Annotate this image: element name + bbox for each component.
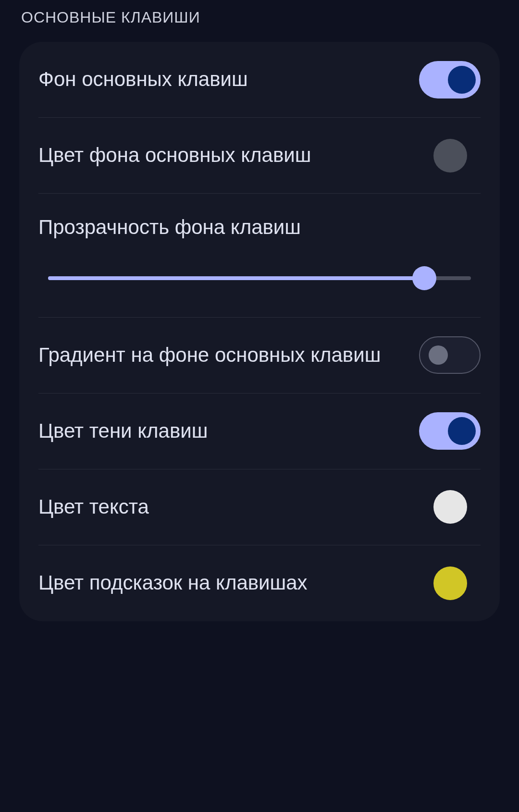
toggle-thumb [429, 345, 448, 365]
slider-thumb[interactable] [412, 266, 436, 290]
row-label: Цвет тени клавиш [38, 418, 419, 444]
color-swatch-hint[interactable] [433, 566, 467, 600]
color-swatch-key-background[interactable] [433, 139, 467, 172]
section-header: ОСНОВНЫЕ КЛАВИШИ [19, 0, 500, 42]
row-label: Цвет фона основных клавиш [38, 143, 433, 168]
row-hint-color[interactable]: Цвет подсказок на клавишах [38, 545, 481, 621]
row-key-shadow-color[interactable]: Цвет тени клавиш [38, 394, 481, 469]
row-key-background[interactable]: Фон основных клавиш [38, 42, 481, 118]
row-label: Градиент на фоне основных клавиш [38, 343, 419, 368]
toggle-thumb [448, 417, 476, 445]
row-label: Фон основных клавиш [38, 67, 419, 92]
row-label: Прозрачность фона клавиш [38, 215, 481, 240]
row-label: Цвет текста [38, 494, 433, 520]
toggle-thumb [448, 66, 476, 94]
toggle-key-gradient[interactable] [419, 336, 481, 374]
row-key-gradient[interactable]: Градиент на фоне основных клавиш [38, 318, 481, 394]
row-text-color[interactable]: Цвет текста [38, 469, 481, 545]
settings-card: Фон основных клавиш Цвет фона основных к… [19, 42, 500, 621]
row-label: Цвет подсказок на клавишах [38, 570, 433, 596]
row-key-background-color[interactable]: Цвет фона основных клавиш [38, 118, 481, 194]
color-swatch-text[interactable] [433, 490, 467, 524]
toggle-key-background[interactable] [419, 61, 481, 98]
toggle-key-shadow[interactable] [419, 412, 481, 450]
opacity-slider[interactable] [48, 266, 471, 290]
slider-fill [48, 276, 424, 280]
row-key-background-opacity: Прозрачность фона клавиш [38, 194, 481, 318]
